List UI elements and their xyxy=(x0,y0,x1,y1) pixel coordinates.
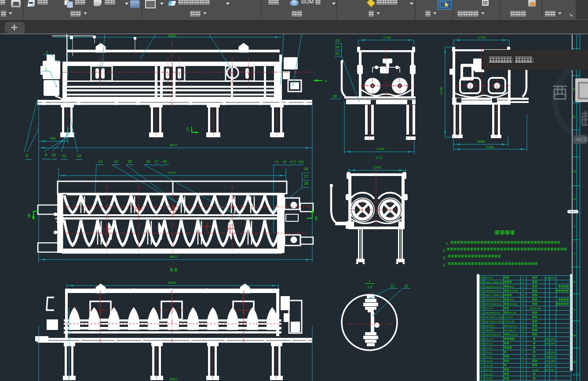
svg-text:4: 4 xyxy=(522,320,524,323)
svg-text:17: 17 xyxy=(480,329,483,332)
svg-text:427: 427 xyxy=(550,369,555,371)
svg-text:26: 26 xyxy=(304,167,308,171)
svg-text:1216: 1216 xyxy=(550,351,556,354)
svg-text:K: K xyxy=(573,280,576,284)
svg-text:27: 27 xyxy=(304,174,308,179)
svg-text:29: 29 xyxy=(480,276,483,279)
svg-text:1732: 1732 xyxy=(478,36,486,40)
svg-text:68: 68 xyxy=(546,364,549,367)
svg-text:1688: 1688 xyxy=(477,139,485,143)
svg-text:12: 12 xyxy=(480,351,483,354)
svg-text:B-B: B-B xyxy=(170,267,178,272)
svg-text:6490: 6490 xyxy=(168,281,176,285)
svg-text:23: 23 xyxy=(335,38,340,43)
svg-text:11: 11 xyxy=(480,355,483,358)
svg-text:10: 10 xyxy=(480,359,483,363)
svg-text:20: 20 xyxy=(283,160,286,164)
svg-text:I: I xyxy=(574,224,575,228)
svg-text:2: 2 xyxy=(522,337,524,341)
svg-text:9: 9 xyxy=(45,153,47,157)
svg-text:Q345CrMo: Q345CrMo xyxy=(529,307,541,310)
svg-text:GB/T3452.1-2005: GB/T3452.1-2005 xyxy=(485,320,504,323)
svg-text:M10: M10 xyxy=(509,298,514,301)
svg-text:946: 946 xyxy=(50,136,56,140)
svg-text:M10x25: M10x25 xyxy=(509,303,518,305)
svg-text:7: 7 xyxy=(481,373,482,376)
svg-text:12: 12 xyxy=(521,302,525,305)
svg-text:14: 14 xyxy=(480,342,483,345)
svg-text:GB/T3452.1-2005: GB/T3452.1-2005 xyxy=(485,316,504,319)
svg-text:138: 138 xyxy=(545,355,550,358)
svg-text:4: 4 xyxy=(522,364,524,367)
svg-text:9: 9 xyxy=(481,364,482,367)
svg-text:288: 288 xyxy=(550,360,555,363)
svg-text:8: 8 xyxy=(26,154,28,158)
svg-text:5JG-11: 5JG-11 xyxy=(485,351,492,354)
svg-text:23: 23 xyxy=(480,302,483,305)
svg-text:13: 13 xyxy=(98,159,102,164)
svg-text:2: 2 xyxy=(46,50,48,55)
svg-text:2: 2 xyxy=(522,346,524,349)
svg-text:GB5783/18.9-21: GB5783/18.9-21 xyxy=(485,289,502,292)
svg-text:1: 1 xyxy=(522,276,524,279)
svg-text:M12X28: M12X28 xyxy=(509,289,518,292)
svg-text:(18): (18) xyxy=(298,160,304,164)
svg-text:21: 21 xyxy=(391,284,395,288)
svg-text:M12: M12 xyxy=(509,286,514,288)
svg-text:C: C xyxy=(186,127,189,132)
svg-text:8: 8 xyxy=(522,315,524,319)
svg-text:26: 26 xyxy=(480,289,483,292)
svg-text:B70x95-12: B70x95-12 xyxy=(504,329,515,332)
svg-text:152: 152 xyxy=(545,351,550,354)
svg-text:C-C: C-C xyxy=(376,155,383,160)
svg-text:9: 9 xyxy=(522,351,524,354)
svg-text:GB97.1/588HV-8: GB97.1/588HV-8 xyxy=(485,281,503,284)
svg-text:12: 12 xyxy=(521,293,525,297)
svg-text:2139: 2139 xyxy=(486,145,494,149)
svg-text:268: 268 xyxy=(550,277,555,279)
svg-text:5JG-14: 5JG-14 xyxy=(485,338,493,341)
svg-text:M16x58: M16x58 xyxy=(509,333,518,336)
svg-text:1: 1 xyxy=(522,368,524,371)
svg-text:18: 18 xyxy=(162,159,167,164)
svg-text:GB6184/18.8-21: GB6184/18.8-21 xyxy=(485,286,502,288)
svg-text:1: 1 xyxy=(522,311,524,314)
svg-text:O14.5x7: O14.5x7 xyxy=(504,316,513,319)
svg-text:5JG-05: 5JG-05 xyxy=(485,377,493,380)
svg-text:5JG-07: 5JG-07 xyxy=(485,369,493,371)
svg-text:GB13871: GB13871 xyxy=(485,329,495,332)
svg-text:1: 1 xyxy=(522,373,524,376)
svg-text:1:5: 1:5 xyxy=(367,285,373,289)
svg-text:Q345: Q345 xyxy=(532,369,538,371)
svg-text:J: J xyxy=(573,252,575,256)
svg-text:2: 2 xyxy=(522,307,524,310)
svg-text:5JG-16: 5JG-16 xyxy=(485,277,493,279)
svg-text:25: 25 xyxy=(480,293,483,297)
svg-text:GB97.1/388HV-21: GB97.1/388HV-21 xyxy=(485,294,504,297)
svg-text:14: 14 xyxy=(114,159,118,164)
svg-text:5JG-10: 5JG-10 xyxy=(485,355,493,358)
svg-text:6: 6 xyxy=(522,285,524,288)
svg-text:WCS: WCS xyxy=(576,137,587,142)
svg-text:8427: 8427 xyxy=(170,143,178,147)
svg-text:B85x110-12: B85x110-12 xyxy=(504,325,517,327)
svg-text:8427: 8427 xyxy=(170,255,178,259)
svg-text:11: 11 xyxy=(62,154,66,158)
svg-text:8: 8 xyxy=(481,368,482,371)
svg-text:H: H xyxy=(573,197,576,201)
svg-text:1: 1 xyxy=(44,67,47,71)
svg-text:12: 12 xyxy=(521,298,525,301)
svg-text:M12x2: M12x2 xyxy=(509,311,516,314)
svg-text:72: 72 xyxy=(546,360,549,363)
svg-text:12: 12 xyxy=(77,154,81,158)
svg-text:15: 15 xyxy=(480,337,483,341)
svg-text:945: 945 xyxy=(550,342,555,345)
svg-text:5JG-06: 5JG-06 xyxy=(485,373,493,376)
svg-text:13: 13 xyxy=(480,346,483,349)
svg-text:I: I xyxy=(369,278,370,283)
svg-text:GB6184/18.8-21: GB6184/18.8-21 xyxy=(485,298,502,301)
svg-text:3.: 3. xyxy=(443,255,446,260)
svg-text:945: 945 xyxy=(545,342,550,345)
svg-text:17: 17 xyxy=(154,159,159,164)
svg-text:25: 25 xyxy=(335,51,340,55)
